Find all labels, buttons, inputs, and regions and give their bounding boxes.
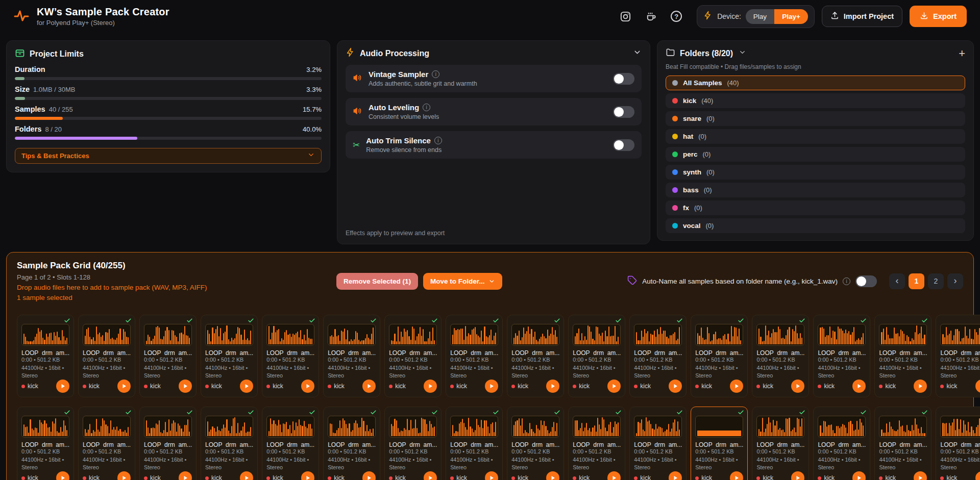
play-button[interactable] [301, 471, 314, 480]
play-button[interactable] [546, 380, 559, 393]
info-icon[interactable]: i [432, 70, 439, 78]
play-button[interactable] [669, 471, 682, 480]
add-folder-button[interactable]: + [959, 48, 965, 59]
sample-card[interactable]: LOOP_drm_am...0:00 • 501.2 KB44100Hz • 1… [813, 407, 870, 480]
play-button[interactable] [485, 380, 498, 393]
play-button[interactable] [240, 380, 253, 393]
chevron-down-icon[interactable] [633, 48, 642, 59]
chevron-down-icon[interactable] [739, 48, 746, 58]
next-page-button[interactable]: › [947, 273, 963, 289]
play-button[interactable] [179, 380, 192, 393]
play-button[interactable] [179, 471, 192, 480]
sample-card[interactable]: LOOP_drm_am...0:00 • 501.2 KB44100Hz • 1… [691, 407, 748, 480]
play-button[interactable] [362, 471, 376, 480]
play-button[interactable] [117, 471, 131, 480]
sample-card[interactable]: LOOP_drm_am...0:00 • 501.2 KB44100Hz • 1… [568, 407, 625, 480]
sample-card[interactable]: LOOP_drm_am...0:00 • 501.2 KB44100Hz • 1… [201, 407, 258, 480]
prev-page-button[interactable]: ‹ [889, 273, 905, 289]
sample-card[interactable]: LOOP_drm_am...0:00 • 501.2 KB44100Hz • 1… [936, 407, 980, 480]
sample-card[interactable]: LOOP_drm_am...0:00 • 501.2 KB44100Hz • 1… [17, 407, 74, 480]
sample-card[interactable]: LOOP_drm_am...0:00 • 501.2 KB44100Hz • 1… [262, 315, 319, 397]
play-button[interactable] [975, 380, 980, 393]
folder-item-perc[interactable]: perc(0) [666, 147, 965, 162]
effect-toggle[interactable] [613, 139, 634, 151]
sample-card[interactable]: LOOP_drm_am...0:00 • 501.2 KB44100Hz • 1… [507, 315, 564, 397]
sample-card[interactable]: LOOP_drm_am...0:00 • 501.2 KB44100Hz • 1… [201, 315, 258, 397]
page-button-1[interactable]: 1 [909, 273, 924, 289]
sample-card[interactable]: LOOP_drm_am...0:00 • 501.2 KB44100Hz • 1… [752, 407, 809, 480]
sample-card[interactable]: LOOP_drm_am...0:00 • 501.2 KB44100Hz • 1… [813, 315, 870, 397]
play-button[interactable] [362, 380, 376, 393]
play-button[interactable] [730, 380, 743, 393]
play-button[interactable] [730, 471, 743, 480]
play-button[interactable] [301, 380, 314, 393]
effect-toggle[interactable] [613, 106, 634, 118]
play-button[interactable] [56, 380, 69, 393]
sample-card[interactable]: LOOP_drm_am...0:00 • 501.2 KB44100Hz • 1… [446, 407, 503, 480]
sample-card[interactable]: LOOP_drm_am...0:00 • 501.2 KB44100Hz • 1… [629, 407, 687, 480]
tips-best-practices[interactable]: Tips & Best Practices [15, 148, 322, 164]
play-button[interactable] [240, 471, 253, 480]
folder-color-dot [511, 476, 515, 480]
help-icon[interactable]: ? [667, 7, 685, 26]
sample-card[interactable]: LOOP_drm_am...0:00 • 501.2 KB44100Hz • 1… [139, 407, 197, 480]
sample-card[interactable]: LOOP_drm_am...0:00 • 501.2 KB44100Hz • 1… [384, 315, 442, 397]
play-button[interactable] [546, 471, 559, 480]
play-button[interactable] [791, 380, 804, 393]
sample-card[interactable]: LOOP_drm_am...0:00 • 501.2 KB44100Hz • 1… [78, 315, 135, 397]
device-option-play[interactable]: Play [746, 9, 774, 24]
waveform [205, 324, 253, 346]
sample-card[interactable]: LOOP_drm_am...0:00 • 501.2 KB44100Hz • 1… [507, 407, 564, 480]
sample-card[interactable]: LOOP_drm_am...0:00 • 501.2 KB44100Hz • 1… [78, 407, 135, 480]
play-button[interactable] [485, 471, 498, 480]
folder-item-snare[interactable]: snare(0) [666, 111, 965, 126]
play-button[interactable] [424, 471, 437, 480]
play-button[interactable] [669, 380, 682, 393]
coffee-icon[interactable] [642, 7, 660, 26]
play-button[interactable] [852, 380, 866, 393]
play-button[interactable] [56, 471, 69, 480]
sample-card[interactable]: LOOP_drm_am...0:00 • 501.2 KB44100Hz • 1… [262, 407, 319, 480]
page-button-2[interactable]: 2 [928, 273, 944, 289]
folder-item-all-samples[interactable]: All Samples(40) [666, 75, 965, 90]
play-button[interactable] [117, 380, 131, 393]
play-button[interactable] [607, 471, 621, 480]
sample-card[interactable]: LOOP_drm_am...0:00 • 501.2 KB44100Hz • 1… [874, 315, 932, 397]
folder-item-bass[interactable]: bass(0) [666, 183, 965, 197]
remove-selected-button[interactable]: Remove Selected (1) [336, 273, 418, 290]
sample-card[interactable]: LOOP_drm_am...0:00 • 501.2 KB44100Hz • 1… [17, 315, 74, 397]
instagram-icon[interactable] [616, 7, 634, 26]
sample-card[interactable]: LOOP_drm_am...0:00 • 501.2 KB44100Hz • 1… [752, 315, 809, 397]
sample-card[interactable]: LOOP_drm_am...0:00 • 501.2 KB44100Hz • 1… [629, 315, 687, 397]
sample-card[interactable]: LOOP_drm_am...0:00 • 501.2 KB44100Hz • 1… [874, 407, 932, 480]
info-icon[interactable]: i [843, 277, 850, 285]
play-button[interactable] [914, 471, 927, 480]
folder-item-kick[interactable]: kick(40) [666, 93, 965, 108]
autoname-toggle[interactable] [855, 275, 877, 287]
play-button[interactable] [424, 380, 437, 393]
sample-card[interactable]: LOOP_drm_am...0:00 • 501.2 KB44100Hz • 1… [323, 407, 380, 480]
sample-card[interactable]: LOOP_drm_am...0:00 • 501.2 KB44100Hz • 1… [568, 315, 625, 397]
info-icon[interactable]: i [434, 137, 442, 144]
sample-card[interactable]: LOOP_drm_am...0:00 • 501.2 KB44100Hz • 1… [139, 315, 197, 397]
folder-item-synth[interactable]: synth(0) [666, 165, 965, 180]
sample-card[interactable]: LOOP_drm_am...0:00 • 501.2 KB44100Hz • 1… [936, 315, 980, 397]
folder-item-fx[interactable]: fx(0) [666, 200, 965, 215]
folder-item-vocal[interactable]: vocal(0) [666, 218, 965, 233]
play-button[interactable] [791, 471, 804, 480]
move-to-folder-button[interactable]: Move to Folder... [423, 273, 502, 290]
sample-card[interactable]: LOOP_drm_am...0:00 • 501.2 KB44100Hz • 1… [446, 315, 503, 397]
play-button[interactable] [914, 380, 927, 393]
import-project-button[interactable]: Import Project [822, 6, 902, 27]
effect-toggle[interactable] [613, 73, 634, 85]
play-button[interactable] [607, 380, 621, 393]
export-button[interactable]: Export [910, 6, 967, 27]
sample-card[interactable]: LOOP_drm_am...0:00 • 501.2 KB44100Hz • 1… [384, 407, 442, 480]
sample-card[interactable]: LOOP_drm_am...0:00 • 501.2 KB44100Hz • 1… [691, 315, 748, 397]
play-button[interactable] [975, 471, 980, 480]
sample-card[interactable]: LOOP_drm_am...0:00 • 501.2 KB44100Hz • 1… [323, 315, 380, 397]
folder-item-hat[interactable]: hat(0) [666, 129, 965, 144]
device-option-play-plus[interactable]: Play+ [774, 9, 808, 24]
play-button[interactable] [852, 471, 866, 480]
info-icon[interactable]: i [423, 104, 430, 111]
